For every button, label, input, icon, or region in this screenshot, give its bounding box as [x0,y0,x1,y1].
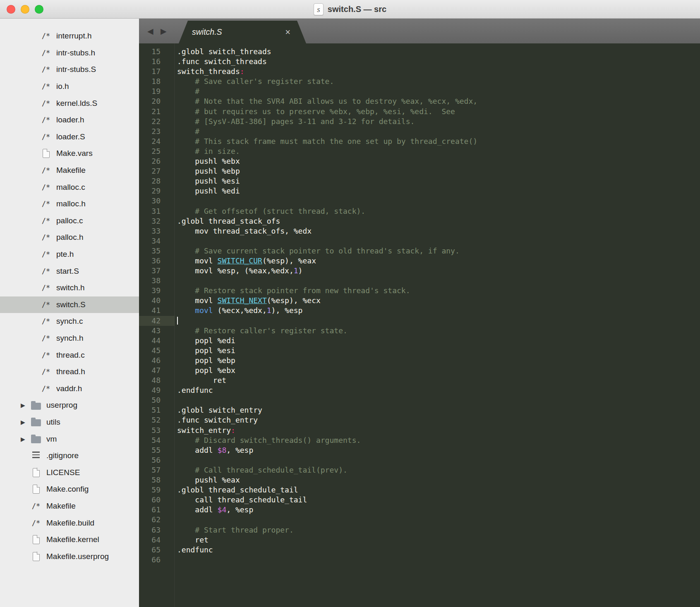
code-line-63[interactable]: 63 # Start thread proper. [139,525,700,535]
sidebar-item-palloc-c[interactable]: /*palloc.c [0,213,139,229]
code-line-59[interactable]: 59.globl thread_schedule_tail [139,485,700,495]
close-window-button[interactable] [7,5,15,14]
sidebar-item-intr-stubs-h[interactable]: /*intr-stubs.h [0,45,139,62]
code-line-51[interactable]: 51.globl switch_entry [139,405,700,415]
code-line-62[interactable]: 62 [139,515,700,525]
sidebar-item-vaddr-h[interactable]: /*vaddr.h [0,380,139,397]
next-tab-arrow-icon[interactable]: ▶ [161,26,167,36]
code-editor[interactable]: 15.globl switch_threads16.func switch_th… [139,43,700,607]
code-line-58[interactable]: 58 pushl %eax [139,475,700,485]
code-line-40[interactable]: 40 movl SWITCH_NEXT(%esp), %ecx [139,296,700,306]
code-line-20[interactable]: 20 # Note that the SVR4 ABI allows us to… [139,96,700,106]
code-line-32[interactable]: 32.globl thread_stack_ofs [139,216,700,226]
titlebar[interactable]: s switch.S — src [0,0,700,19]
sidebar-item-label: loader.S [56,132,85,141]
sidebar-item-gitignore[interactable]: .gitignore [0,447,139,464]
code-line-36[interactable]: 36 movl SWITCH_CUR(%esp), %eax [139,256,700,266]
code-line-61[interactable]: 61 addl $4, %esp [139,505,700,515]
code-line-41[interactable]: 41 movl (%ecx,%edx,1), %esp [139,306,700,315]
code-line-53[interactable]: 53switch_entry: [139,425,700,435]
source-file-icon: /* [41,133,51,141]
disclosure-triangle-icon[interactable]: ▶ [21,402,31,409]
code-text: popl %ebx [177,366,235,375]
zoom-window-button[interactable] [35,5,43,14]
sidebar-item-synch-c[interactable]: /*synch.c [0,313,139,330]
code-line-43[interactable]: 43 # Restore caller's register state. [139,326,700,336]
code-line-64[interactable]: 64 ret [139,535,700,545]
code-line-38[interactable]: 38 [139,276,700,286]
code-line-25[interactable]: 25 # in size. [139,146,700,156]
code-line-34[interactable]: 34 [139,236,700,246]
code-line-31[interactable]: 31 # Get offsetof (struct thread, stack)… [139,206,700,216]
code-line-33[interactable]: 33 mov thread_stack_ofs, %edx [139,226,700,236]
sidebar-item-make-vars[interactable]: Make.vars [0,145,139,162]
code-line-48[interactable]: 48 ret [139,375,700,385]
minimize-window-button[interactable] [21,5,29,14]
code-line-60[interactable]: 60 call thread_schedule_tail [139,495,700,505]
code-line-47[interactable]: 47 popl %ebx [139,366,700,375]
sidebar-item-palloc-h[interactable]: /*palloc.h [0,229,139,246]
sidebar-item-interrupt-h[interactable]: /*interrupt.h [0,28,139,45]
code-line-49[interactable]: 49.endfunc [139,385,700,395]
code-line-39[interactable]: 39 # Restore stack pointer from new thre… [139,286,700,296]
disclosure-triangle-icon[interactable]: ▶ [21,436,31,442]
code-line-23[interactable]: 23 # [139,127,700,136]
sidebar-item-malloc-c[interactable]: /*malloc.c [0,179,139,196]
code-line-17[interactable]: 17switch_threads: [139,67,700,76]
sidebar-item-loader-h[interactable]: /*loader.h [0,112,139,129]
sidebar-item-synch-h[interactable]: /*synch.h [0,330,139,347]
code-line-28[interactable]: 28 pushl %esi [139,176,700,186]
code-line-55[interactable]: 55 addl $8, %esp [139,445,700,455]
sidebar-item-utils[interactable]: ▶utils [0,414,139,431]
sidebar-item-makefile-build[interactable]: /*Makefile.build [0,514,139,531]
code-line-56[interactable]: 56 [139,455,700,465]
code-line-22[interactable]: 22 # [SysV-ABI-386] pages 3-11 and 3-12 … [139,117,700,127]
code-text: # Save current stack pointer to old thre… [177,246,460,256]
sidebar-item-license[interactable]: LICENSE [0,464,139,481]
sidebar-item-vm[interactable]: ▶vm [0,430,139,447]
sidebar-item-makefile[interactable]: /*Makefile [0,498,139,515]
code-line-29[interactable]: 29 pushl %edi [139,186,700,196]
prev-tab-arrow-icon[interactable]: ◀ [147,26,153,36]
sidebar-item-kernel-lds-s[interactable]: /*kernel.lds.S [0,95,139,112]
sidebar-item-io-h[interactable]: /*io.h [0,78,139,95]
sidebar-item-thread-c[interactable]: /*thread.c [0,347,139,363]
sidebar-item-make-config[interactable]: Make.config [0,481,139,498]
code-line-65[interactable]: 65.endfunc [139,545,700,555]
code-line-30[interactable]: 30 [139,196,700,206]
code-line-44[interactable]: 44 popl %edi [139,336,700,346]
code-line-42[interactable]: 42 [139,316,700,326]
sidebar-item-switch-s[interactable]: /*switch.S [0,296,139,313]
code-line-54[interactable]: 54 # Discard switch_threads() arguments. [139,435,700,445]
code-line-21[interactable]: 21 # but requires us to preserve %ebx, %… [139,107,700,117]
sidebar-item-switch-h[interactable]: /*switch.h [0,280,139,296]
code-line-45[interactable]: 45 popl %esi [139,346,700,356]
sidebar-item-userprog[interactable]: ▶userprog [0,397,139,414]
code-line-57[interactable]: 57 # Call thread_schedule_tail(prev). [139,465,700,475]
disclosure-triangle-icon[interactable]: ▶ [21,419,31,425]
code-line-15[interactable]: 15.globl switch_threads [139,47,700,57]
code-line-16[interactable]: 16.func switch_threads [139,57,700,67]
sidebar-item-intr-stubs-s[interactable]: /*intr-stubs.S [0,61,139,78]
code-line-35[interactable]: 35 # Save current stack pointer to old t… [139,246,700,256]
sidebar-item-pte-h[interactable]: /*pte.h [0,246,139,263]
code-line-50[interactable]: 50 [139,395,700,405]
tab-close-icon[interactable]: × [285,28,290,37]
code-line-27[interactable]: 27 pushl %ebp [139,166,700,176]
sidebar-item-makefile[interactable]: /*Makefile [0,162,139,179]
code-line-52[interactable]: 52.func switch_entry [139,415,700,425]
sidebar-item-loader-s[interactable]: /*loader.S [0,129,139,146]
sidebar-item-thread-h[interactable]: /*thread.h [0,363,139,380]
code-line-24[interactable]: 24 # This stack frame must match the one… [139,136,700,146]
sidebar-item-makefile-kernel[interactable]: Makefile.kernel [0,531,139,548]
code-line-46[interactable]: 46 popl %ebp [139,356,700,366]
tab-switch-s[interactable]: switch.S × [179,21,306,43]
code-line-26[interactable]: 26 pushl %ebx [139,156,700,166]
sidebar-item-malloc-h[interactable]: /*malloc.h [0,196,139,213]
code-line-37[interactable]: 37 movl %esp, (%eax,%edx,1) [139,266,700,276]
sidebar-item-start-s[interactable]: /*start.S [0,263,139,280]
code-line-18[interactable]: 18 # Save caller's register state. [139,76,700,86]
code-line-66[interactable]: 66 [139,555,700,565]
code-line-19[interactable]: 19 # [139,86,700,96]
sidebar-item-makefile-userprog[interactable]: Makefile.userprog [0,548,139,565]
